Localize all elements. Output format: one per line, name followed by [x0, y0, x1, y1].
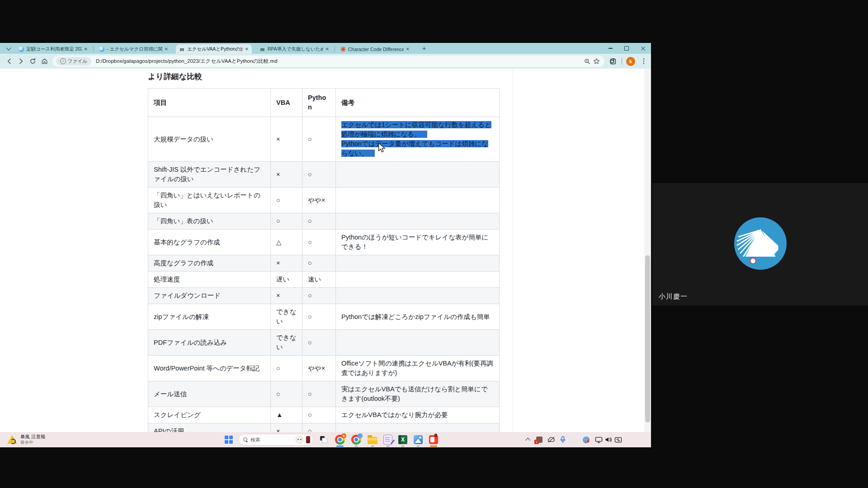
python-cell: ○	[302, 288, 336, 304]
browser-tab-2[interactable]: - エクセルマクロ習得に関係する4つ✕	[95, 44, 171, 54]
x-app-tray[interactable]: ×	[569, 435, 579, 444]
column-header: 項目	[148, 89, 271, 117]
browser-tab-1[interactable]: 定額コース利用者限定 2025年02✕	[15, 44, 91, 54]
photos-button[interactable]	[412, 434, 424, 445]
remark-cell	[336, 330, 500, 356]
forward-button[interactable]	[17, 57, 25, 65]
remark-cell	[336, 272, 500, 288]
zoom-indicator-button[interactable]	[583, 57, 592, 66]
onedrive-tray[interactable]	[546, 435, 556, 444]
info-icon: i	[60, 58, 66, 64]
pyramid-logo-icon	[734, 217, 787, 270]
markdown-body: より詳細な比較 項目VBAPython備考大規模データの扱い×○エクセルでは1シ…	[148, 71, 499, 440]
weather-alert-status: 発令中	[20, 440, 45, 445]
tab-close-icon[interactable]: ✕	[165, 47, 168, 52]
table-row: 大規模データの扱い×○エクセルでは1シートに収容可能な行数を超えると処理が極端に…	[148, 117, 500, 162]
tab-search-button[interactable]	[5, 45, 12, 52]
tab-title: 定額コース利用者限定 2025年02	[26, 46, 82, 52]
display-tray[interactable]	[594, 435, 604, 444]
taskbar-search[interactable]: 検索	[238, 434, 313, 446]
weather-alert-title: 暴風 注意報	[20, 434, 45, 440]
minimize-button[interactable]	[602, 43, 618, 54]
vba-cell: ×	[271, 288, 302, 304]
maximize-button[interactable]	[618, 43, 635, 54]
browser-tab-3-active[interactable]: mエクセルVAAとPythonの比較.md✕	[176, 44, 252, 54]
running-app-indicator	[417, 446, 420, 447]
windows-taskbar: 暴風 注意報 発令中 検索 k	[0, 432, 651, 447]
media-app-button[interactable]	[428, 434, 439, 445]
tab-close-icon[interactable]: ✕	[406, 47, 410, 52]
microphone-tray[interactable]	[558, 435, 568, 444]
blue-sphere-icon	[19, 47, 24, 52]
browser-tab-5[interactable]: Character Code Differences Bet✕	[337, 44, 413, 54]
markdown-icon: m	[180, 47, 184, 52]
notepad-button[interactable]	[382, 434, 394, 445]
file-scheme-chip[interactable]: i ファイル	[56, 57, 91, 66]
notepad-icon	[383, 435, 392, 445]
tab-title: エクセルVAAとPythonの比較.md	[187, 46, 243, 52]
participant-name: 小川慶一	[659, 292, 688, 301]
chrome-profile1-button[interactable]: k	[334, 434, 346, 445]
profile-avatar[interactable]: k	[626, 57, 635, 66]
vba-cell: ×	[271, 162, 302, 188]
item-cell: PDFファイルの読み込み	[148, 330, 271, 356]
url-text[interactable]: D:/Dropbox/galapagos/projects/python_202…	[96, 58, 583, 65]
running-app-indicator	[371, 446, 374, 447]
file-explorer-button[interactable]	[367, 434, 378, 445]
vba-cell: △	[271, 230, 302, 255]
ime-tray[interactable]	[613, 435, 623, 444]
tab-title: Character Code Differences Bet	[348, 47, 404, 52]
browser-menu-button[interactable]	[639, 57, 648, 66]
tray-expand-button[interactable]	[524, 435, 533, 444]
x-tray-icon: ×	[572, 436, 576, 443]
chevron-up-icon	[525, 438, 530, 443]
task-view-button[interactable]	[318, 434, 330, 445]
table-row: zipファイルの解凍できない○Pythonでは解凍どころかzipファイルの作成も…	[148, 304, 500, 330]
remark-cell	[336, 188, 500, 213]
reload-button[interactable]	[29, 57, 37, 65]
python-cell: ○	[302, 162, 336, 188]
scrollbar-thumb[interactable]	[645, 255, 650, 422]
python-cell: ○	[302, 330, 336, 356]
item-cell: Word/PowerPoint 等へのデータ転記	[148, 356, 271, 381]
item-cell: 大規模データの扱い	[148, 117, 271, 162]
table-row: スクレイピング▲○エクセルVBAではかなり腕力が必要	[148, 407, 500, 423]
tab-title: - エクセルマクロ習得に関係する4つ	[107, 46, 162, 52]
bookmark-button[interactable]	[592, 57, 601, 66]
start-button[interactable]	[223, 434, 235, 445]
extensions-button[interactable]	[609, 57, 618, 66]
mic-tray-icon	[560, 436, 566, 443]
mask-decoration-icon	[296, 436, 303, 444]
tab-close-icon[interactable]: ✕	[84, 47, 88, 52]
tab-close-icon[interactable]: ✕	[245, 47, 249, 52]
remark-cell	[336, 162, 500, 188]
participant-video-tile: 小川慶一	[652, 183, 868, 305]
new-tab-button[interactable]: +	[420, 44, 429, 53]
reload-icon	[29, 58, 36, 65]
item-cell: 処理速度	[148, 272, 271, 288]
tab-close-icon[interactable]: ✕	[326, 47, 329, 52]
doll-decoration-icon	[306, 436, 310, 443]
back-button[interactable]	[5, 57, 13, 65]
scrollbar-track[interactable]	[644, 69, 651, 432]
warning-icon	[7, 435, 17, 444]
vba-cell: ○	[271, 356, 302, 381]
vba-cell: ○	[271, 381, 302, 407]
globe-app-tray[interactable]	[581, 435, 591, 444]
weather-widget[interactable]: 暴風 注意報 発令中	[7, 434, 45, 445]
photos-icon	[414, 435, 423, 444]
address-bar[interactable]: i ファイル D:/Dropbox/galapagos/projects/pyt…	[52, 56, 604, 67]
chrome-profile2-button[interactable]	[350, 434, 362, 445]
close-button[interactable]	[635, 43, 651, 54]
column-header: Python	[302, 89, 336, 117]
media-app-icon	[429, 435, 438, 444]
excel-button[interactable]: X	[397, 434, 409, 445]
notification-app-tray[interactable]	[534, 435, 544, 444]
blue-sphere-icon	[99, 47, 104, 52]
notification-badge-icon	[536, 436, 542, 443]
vba-cell: 遅い	[271, 272, 302, 288]
browser-tab-4[interactable]: mRPA導入で失敗しないために知って✕	[256, 44, 332, 54]
home-button[interactable]	[41, 57, 48, 65]
volume-tray[interactable]	[604, 435, 613, 444]
close-icon	[641, 47, 645, 51]
